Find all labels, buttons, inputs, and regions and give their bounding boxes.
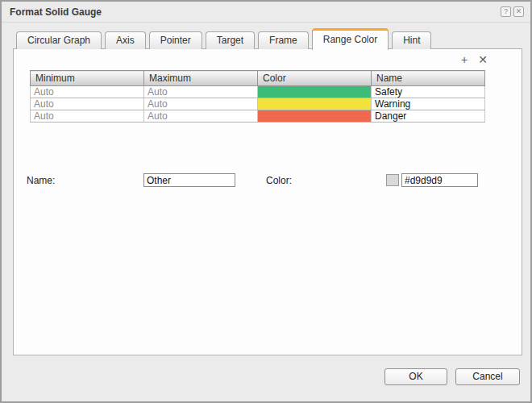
tab-hint[interactable]: Hint [392, 31, 431, 49]
range-table: Minimum Maximum Color Name AutoAutoSafet… [30, 70, 485, 123]
color-cell[interactable] [258, 110, 372, 123]
ok-button[interactable]: OK [384, 368, 447, 385]
table-row[interactable]: AutoAutoDanger [31, 110, 485, 123]
name-cell[interactable]: Warning [372, 98, 485, 110]
maximum-cell[interactable]: Auto [144, 110, 258, 123]
window-controls: ? ✕ [501, 6, 524, 17]
name-cell[interactable]: Safety [372, 86, 485, 98]
table-row[interactable]: AutoAutoSafety [31, 86, 485, 98]
column-header-minimum[interactable]: Minimum [31, 71, 144, 86]
name-cell[interactable]: Danger [372, 110, 485, 123]
tab-frame[interactable]: Frame [258, 31, 309, 49]
dialog-titlebar: Format Solid Gauge ? ✕ [2, 2, 530, 23]
format-solid-gauge-dialog: Format Solid Gauge ? ✕ Circular Graph Ax… [0, 0, 532, 403]
close-icon[interactable]: ✕ [513, 6, 524, 17]
maximum-cell[interactable]: Auto [144, 86, 258, 98]
color-cell[interactable] [258, 86, 372, 98]
minimum-cell[interactable]: Auto [31, 110, 144, 123]
range-color-panel: + ✕ Minimum Maximum Color Name AutoAutoS… [13, 48, 522, 355]
range-table-header-row: Minimum Maximum Color Name [31, 71, 485, 86]
minimum-cell[interactable]: Auto [31, 86, 144, 98]
color-swatch[interactable] [386, 174, 399, 186]
color-cell[interactable] [258, 98, 372, 110]
maximum-cell[interactable]: Auto [144, 98, 258, 110]
tab-bar: Circular Graph Axis Pointer Target Frame… [16, 27, 434, 49]
cancel-button[interactable]: Cancel [455, 368, 520, 385]
remove-range-icon[interactable]: ✕ [478, 53, 488, 66]
range-table-toolbar: + ✕ [461, 53, 488, 66]
table-row[interactable]: AutoAutoWarning [31, 98, 485, 110]
add-range-icon[interactable]: + [461, 53, 468, 66]
tab-pointer[interactable]: Pointer [149, 31, 202, 49]
color-label: Color: [266, 175, 292, 186]
column-header-maximum[interactable]: Maximum [144, 71, 258, 86]
tab-axis[interactable]: Axis [105, 31, 146, 49]
tab-circular-graph[interactable]: Circular Graph [16, 31, 102, 49]
name-label: Name: [27, 175, 55, 186]
tab-range-color[interactable]: Range Color [312, 28, 389, 50]
minimum-cell[interactable]: Auto [31, 98, 144, 110]
range-name-input[interactable] [143, 173, 235, 187]
dialog-title: Format Solid Gauge [10, 6, 102, 18]
color-hex-input[interactable] [401, 173, 478, 187]
help-icon[interactable]: ? [501, 6, 511, 17]
tab-target[interactable]: Target [206, 31, 255, 49]
column-header-name[interactable]: Name [372, 71, 485, 86]
column-header-color[interactable]: Color [258, 71, 372, 86]
